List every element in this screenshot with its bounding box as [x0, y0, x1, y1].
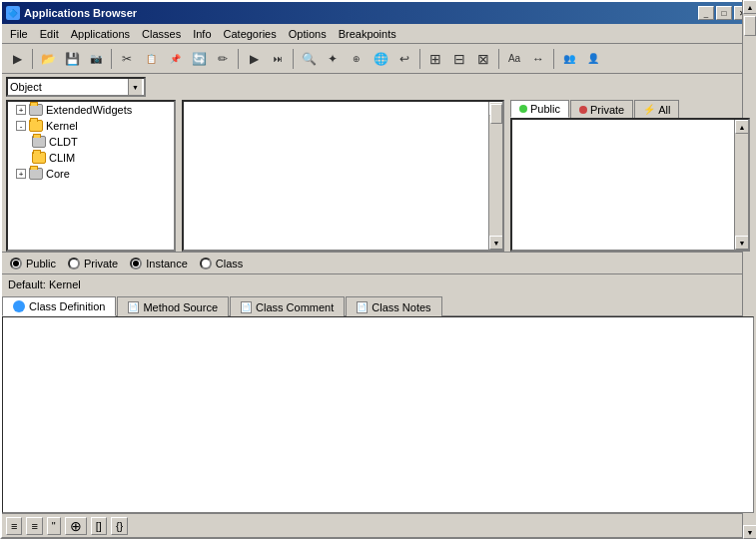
reload-button[interactable]: ⊕ [346, 48, 368, 70]
users2-button[interactable]: 👤 [582, 48, 604, 70]
tree-label-core: Core [46, 168, 70, 180]
menu-bar: File Edit Applications Classes Info Cate… [2, 24, 754, 44]
tab-all[interactable]: ⚡ All [634, 100, 679, 118]
tab-all-label: All [658, 104, 670, 116]
back-button[interactable]: ↩ [393, 48, 415, 70]
expand-extendedwidgets[interactable]: + [16, 105, 26, 115]
radio-row: Public Private Instance Class [2, 252, 754, 273]
save-button[interactable]: 💾 [61, 48, 83, 70]
brace-btn[interactable]: {} [111, 517, 128, 535]
radio-private[interactable] [68, 258, 80, 270]
right-scroll-down[interactable]: ▼ [735, 236, 749, 250]
tab-class-notes[interactable]: 📄 Class Notes [346, 296, 441, 316]
bracket-btn[interactable]: [] [91, 517, 107, 535]
tab-public[interactable]: Public [510, 100, 569, 118]
right-scroll-track[interactable] [735, 134, 748, 236]
tab-method-src-label: Method Source [143, 301, 218, 313]
radio-class[interactable] [200, 258, 212, 270]
users1-button[interactable]: 👥 [558, 48, 580, 70]
maximize-button[interactable]: □ [716, 6, 732, 20]
plus-btn[interactable]: ⊕ [65, 517, 87, 535]
radio-private-label[interactable]: Private [68, 258, 118, 270]
minimize-button[interactable]: _ [698, 6, 714, 20]
tree-label-kernel: Kernel [46, 120, 78, 132]
editor-area[interactable] [2, 316, 754, 513]
quote-btn[interactable]: " [47, 517, 61, 535]
main-content: Object ▼ + ExtendedWidgets [2, 74, 754, 537]
open-button[interactable]: 📂 [37, 48, 59, 70]
center-scroll-down[interactable]: ▼ [489, 236, 503, 250]
screenshot-button[interactable]: 📷 [85, 48, 107, 70]
bottom-section: Class Definition 📄 Method Source 📄 Class… [2, 293, 754, 537]
center-scrollbar[interactable]: ▲ ▼ [488, 102, 502, 250]
combo-arrow[interactable]: ▼ [128, 79, 142, 95]
public-dot [519, 105, 527, 113]
title-bar: 🔷 Applications Browser _ □ ✕ [2, 2, 754, 24]
center-scroll-track[interactable] [489, 116, 502, 236]
expand-kernel[interactable]: - [16, 121, 26, 131]
right-content: ▲ ▼ [510, 118, 750, 252]
indent-btn1[interactable]: ≡ [6, 517, 22, 535]
grid3-button[interactable]: ⊠ [472, 48, 494, 70]
sep5 [419, 49, 420, 69]
radio-public-label[interactable]: Public [10, 258, 56, 270]
status-text: Default: Kernel [8, 278, 81, 290]
right-scrollbar[interactable]: ▲ ▼ [734, 120, 748, 250]
grid1-button[interactable]: ⊞ [424, 48, 446, 70]
sep2 [111, 49, 112, 69]
tree-item-clim[interactable]: CLIM [8, 150, 174, 166]
folder-icon-core [29, 168, 43, 180]
method-src-icon: 📄 [128, 301, 139, 313]
cut-button[interactable]: ✂ [116, 48, 138, 70]
search-button[interactable]: 🔍 [298, 48, 320, 70]
panels-row: + ExtendedWidgets - Kernel [2, 100, 754, 252]
tab-private-label: Private [590, 104, 624, 116]
bottom-toolbar: ≡ ≡ " ⊕ [] {} [2, 513, 754, 537]
menu-breakpoints[interactable]: Breakpoints [333, 26, 402, 42]
net-button[interactable]: 🌐 [370, 48, 391, 70]
expand-core[interactable]: + [16, 169, 26, 179]
tab-method-source[interactable]: 📄 Method Source [117, 296, 229, 316]
edit-button[interactable]: ✏ [212, 48, 234, 70]
indent-btn2[interactable]: ≡ [26, 517, 42, 535]
radio-instance-text: Instance [146, 258, 188, 270]
tab-class-definition[interactable]: Class Definition [2, 296, 116, 316]
menu-categories[interactable]: Categories [218, 26, 283, 42]
menu-applications[interactable]: Applications [65, 26, 136, 42]
paste-button[interactable]: 📌 [164, 48, 186, 70]
right-scroll-up[interactable]: ▲ [735, 120, 749, 134]
star-button[interactable]: ✦ [322, 48, 344, 70]
radio-instance-label[interactable]: Instance [130, 258, 188, 270]
class-comment-icon: 📄 [241, 301, 252, 313]
top-pane: Object ▼ + ExtendedWidgets [2, 74, 754, 293]
window-title: Applications Browser [24, 7, 137, 19]
menu-classes[interactable]: Classes [136, 26, 187, 42]
menu-edit[interactable]: Edit [34, 26, 65, 42]
tree-panel: + ExtendedWidgets - Kernel [6, 100, 176, 252]
menu-file[interactable]: File [4, 26, 34, 42]
font-button[interactable]: Aa [503, 48, 525, 70]
tree-item-core[interactable]: + Core [8, 166, 174, 182]
grid2-button[interactable]: ⊟ [448, 48, 470, 70]
center-panel: ▲ ▼ [182, 100, 504, 252]
class-selector[interactable]: Object ▼ [6, 77, 146, 97]
right-panel: Public Private ⚡ All [510, 100, 750, 252]
radio-public[interactable] [10, 258, 22, 270]
tree-item-extendedwidgets[interactable]: + ExtendedWidgets [8, 102, 174, 118]
swap-button[interactable]: ↔ [527, 48, 549, 70]
menu-info[interactable]: Info [187, 26, 217, 42]
radio-class-label[interactable]: Class [200, 258, 244, 270]
menu-options[interactable]: Options [283, 26, 333, 42]
play-button[interactable]: ▶ [243, 48, 265, 70]
refresh-button[interactable]: 🔄 [188, 48, 210, 70]
step-button[interactable]: ⏭ [267, 48, 289, 70]
tab-class-comment[interactable]: 📄 Class Comment [230, 296, 345, 316]
tree-item-cldt[interactable]: CLDT [8, 134, 174, 150]
tab-private[interactable]: Private [570, 100, 633, 118]
tree-area[interactable]: + ExtendedWidgets - Kernel [8, 102, 174, 250]
radio-instance[interactable] [130, 258, 142, 270]
copy-button[interactable]: 📋 [140, 48, 162, 70]
tree-item-kernel[interactable]: - Kernel [8, 118, 174, 134]
run-button[interactable]: ▶ [6, 48, 28, 70]
app-icon: 🔷 [6, 6, 20, 20]
